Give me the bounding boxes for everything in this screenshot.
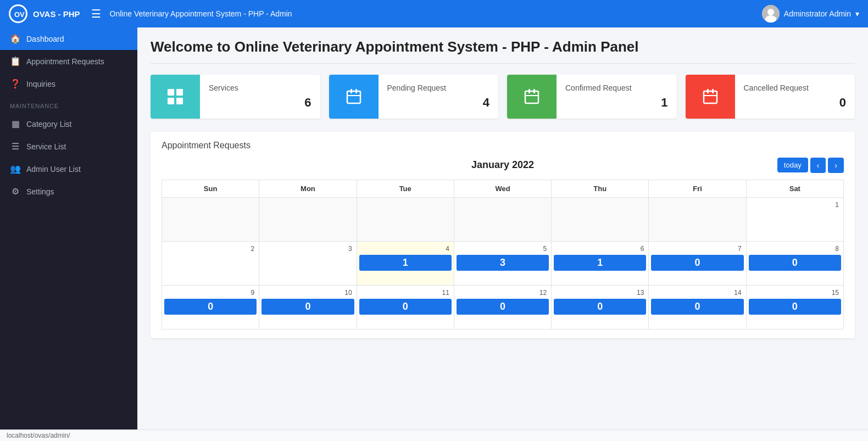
cell-date-number: 6 xyxy=(554,244,646,254)
calendar-cell[interactable]: 41 xyxy=(357,242,454,286)
cell-date-number: 12 xyxy=(457,288,549,298)
inquiries-icon: ❓ xyxy=(10,79,21,89)
calendar-cell[interactable]: 130 xyxy=(552,286,649,330)
appointment-badge[interactable]: 0 xyxy=(554,299,646,315)
calendar-cell[interactable]: 90 xyxy=(162,286,259,330)
sidebar-item-dashboard[interactable]: 🏠 Dashboard xyxy=(0,27,137,50)
sidebar-item-category-list[interactable]: ▦ Category List xyxy=(0,113,137,135)
calendar-cell[interactable]: 80 xyxy=(746,242,843,286)
calendar-cell[interactable]: 100 xyxy=(259,286,357,330)
sidebar-item-appointment-requests[interactable]: 📋 Appointment Requests xyxy=(0,50,137,72)
appointment-badge[interactable]: 1 xyxy=(359,255,452,271)
sidebar-item-inquiries[interactable]: ❓ Inquiries xyxy=(0,72,137,95)
calendar-month-title: January 2022 xyxy=(471,159,534,171)
calendar-week-row: 234153617080 xyxy=(162,242,844,286)
calendar-section: Appointment Requests January 2022 today … xyxy=(151,132,855,338)
sidebar-item-dashboard-label: Dashboard xyxy=(26,35,64,43)
calendar-cell xyxy=(454,198,551,242)
cell-date-number: 14 xyxy=(651,288,743,298)
appointment-badge[interactable]: 0 xyxy=(261,299,354,315)
calendar-cell: 2 xyxy=(162,242,259,286)
sidebar-item-category-label: Category List xyxy=(26,120,71,129)
cancelled-icon-box xyxy=(686,75,735,119)
cell-date-number: 11 xyxy=(359,288,452,298)
today-button[interactable]: today xyxy=(777,158,808,172)
day-sat: Sat xyxy=(746,180,843,198)
appointment-badge[interactable]: 0 xyxy=(651,255,743,271)
calendar-week-row: 1 xyxy=(162,198,844,242)
stat-card-pending[interactable]: Pending Request 4 xyxy=(329,75,499,119)
stat-card-confirmed[interactable]: Confirmed Request 1 xyxy=(507,75,677,119)
stat-content-cancelled: Cancelled Request 0 xyxy=(735,75,855,119)
calendar-section-title: Appointment Requests xyxy=(162,141,844,150)
appointment-badge[interactable]: 0 xyxy=(359,299,452,315)
sidebar-item-appointment-label: Appointment Requests xyxy=(26,57,104,66)
appointment-badge[interactable]: 3 xyxy=(457,255,549,271)
services-label: Services xyxy=(209,83,311,92)
day-fri: Fri xyxy=(649,180,746,198)
cell-date-number: 2 xyxy=(164,244,257,254)
cancelled-value: 0 xyxy=(744,96,847,110)
stat-content-pending: Pending Request 4 xyxy=(379,75,499,119)
appointment-badge[interactable]: 0 xyxy=(749,299,841,315)
svg-rect-18 xyxy=(707,89,709,93)
sidebar-item-settings-label: Settings xyxy=(26,187,54,196)
user-label: Adminstrator Admin xyxy=(784,9,851,18)
hamburger-icon[interactable]: ☰ xyxy=(91,7,101,20)
service-icon: ☰ xyxy=(10,141,21,152)
calendar-cell xyxy=(259,198,357,242)
user-menu[interactable]: Adminstrator Admin ▾ xyxy=(762,5,859,23)
category-icon: ▦ xyxy=(10,119,21,129)
appointment-badge[interactable]: 1 xyxy=(554,255,646,271)
cell-date-number: 15 xyxy=(749,288,841,298)
day-mon: Mon xyxy=(259,180,357,198)
calendar-nav: today ‹ › xyxy=(777,158,844,173)
calendar-week-row: 90100110120130140150 xyxy=(162,286,844,330)
sidebar-item-settings[interactable]: ⚙ Settings xyxy=(0,180,137,203)
brand: OV OVAS - PHP xyxy=(9,4,80,23)
sidebar-item-admin-user-list[interactable]: 👥 Admin User List xyxy=(0,158,137,180)
confirmed-value: 1 xyxy=(565,96,668,110)
cell-date-number: 9 xyxy=(164,288,257,298)
sidebar-item-inquiries-label: Inquiries xyxy=(26,80,55,88)
brand-avatar: OV xyxy=(9,4,27,23)
settings-icon: ⚙ xyxy=(10,186,21,197)
svg-rect-5 xyxy=(168,89,174,96)
appointment-badge[interactable]: 0 xyxy=(749,255,841,271)
calendar-header-row: Sun Mon Tue Wed Thu Fri Sat xyxy=(162,180,844,198)
calendar-cell[interactable]: 150 xyxy=(746,286,843,330)
stat-content-services: Services 6 xyxy=(200,75,320,119)
appointment-badge[interactable]: 0 xyxy=(457,299,549,315)
day-sun: Sun xyxy=(162,180,259,198)
calendar-cell xyxy=(357,198,454,242)
sidebar-item-service-label: Service List xyxy=(26,142,66,151)
stat-card-cancelled[interactable]: Cancelled Request 0 xyxy=(686,75,855,119)
calendar-cell[interactable]: 110 xyxy=(357,286,454,330)
cell-date-number: 3 xyxy=(261,244,354,254)
dashboard-icon: 🏠 xyxy=(10,34,21,44)
calendar-cell[interactable]: 70 xyxy=(649,242,746,286)
stat-content-confirmed: Confirmed Request 1 xyxy=(557,75,677,119)
confirmed-label: Confirmed Request xyxy=(565,83,668,92)
appointment-badge[interactable]: 0 xyxy=(651,299,743,315)
svg-rect-17 xyxy=(704,91,717,103)
calendar-cell[interactable]: 140 xyxy=(649,286,746,330)
calendar-cell[interactable]: 120 xyxy=(454,286,551,330)
layout: 🏠 Dashboard 📋 Appointment Requests ❓ Inq… xyxy=(0,27,868,429)
maintenance-section-label: Maintenance xyxy=(0,95,137,113)
day-wed: Wed xyxy=(454,180,551,198)
cancelled-label: Cancelled Request xyxy=(744,83,847,92)
calendar-cell[interactable]: 61 xyxy=(552,242,649,286)
pending-label: Pending Request xyxy=(387,83,490,92)
next-month-button[interactable]: › xyxy=(828,158,844,173)
cell-date-number: 10 xyxy=(261,288,354,298)
appointment-badge[interactable]: 0 xyxy=(164,299,257,315)
sidebar-item-admin-user-label: Admin User List xyxy=(26,165,81,174)
svg-rect-10 xyxy=(350,89,352,93)
sidebar-item-service-list[interactable]: ☰ Service List xyxy=(0,135,137,158)
dropdown-arrow-icon: ▾ xyxy=(855,9,859,18)
prev-month-button[interactable]: ‹ xyxy=(810,158,826,173)
stat-card-services[interactable]: Services 6 xyxy=(151,75,320,119)
calendar-cell[interactable]: 53 xyxy=(454,242,551,286)
calendar-table: Sun Mon Tue Wed Thu Fri Sat 123415361708… xyxy=(162,180,844,330)
